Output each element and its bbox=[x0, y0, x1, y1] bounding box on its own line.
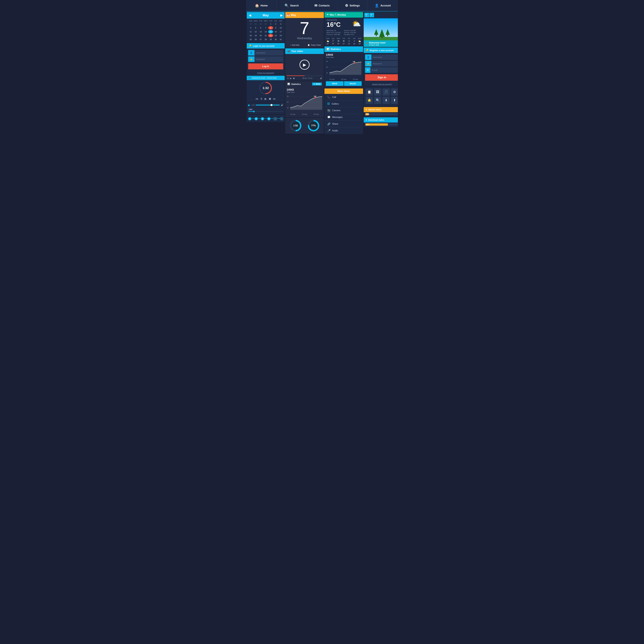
media-progress-bar[interactable] bbox=[256, 105, 280, 105]
step-1[interactable]: 1 bbox=[248, 117, 251, 120]
cal-day[interactable]: 28 bbox=[253, 22, 258, 26]
reg-email-input[interactable] bbox=[370, 68, 398, 73]
menu-item-gallery[interactable]: 🖼 Gallery bbox=[324, 101, 363, 107]
cal-day[interactable]: 5 bbox=[253, 26, 258, 29]
play-btn[interactable]: ▶ bbox=[265, 97, 267, 100]
cal-day[interactable]: 31 bbox=[278, 38, 283, 41]
nav-account-label: Account bbox=[380, 4, 391, 7]
next-btn[interactable]: ⏭ bbox=[273, 97, 276, 100]
cal-day-highlighted[interactable]: 8 bbox=[268, 26, 273, 29]
search-icon-btn1[interactable]: 🔍 bbox=[364, 13, 369, 17]
vc-volume[interactable]: 🔊 bbox=[320, 77, 322, 79]
icon-doc-btn[interactable]: 📋 bbox=[366, 88, 373, 96]
cal-day[interactable]: 4 bbox=[248, 26, 253, 29]
menu-item-messages[interactable]: 💬 Messages bbox=[324, 114, 363, 121]
login-button[interactable]: Log In bbox=[248, 63, 283, 69]
cal-day[interactable]: 30 bbox=[263, 22, 268, 26]
cal-day[interactable]: 17 bbox=[278, 30, 283, 33]
forgot-password-link[interactable]: Forgot you password? bbox=[247, 71, 285, 75]
cal-day[interactable]: 13 bbox=[258, 30, 263, 33]
pause-btn[interactable]: ⏸ bbox=[260, 97, 263, 100]
cal-day[interactable]: 18 bbox=[248, 34, 253, 37]
volume-icon[interactable]: 🔊 bbox=[281, 104, 283, 106]
cal-day[interactable]: 27 bbox=[258, 38, 263, 41]
search-icon-btn2[interactable]: 🔍 bbox=[369, 13, 374, 17]
menu-item-share[interactable]: 🔗 Share bbox=[324, 121, 363, 127]
icon-music-btn[interactable]: 🎵 bbox=[383, 88, 390, 96]
cal-day[interactable]: 24 bbox=[278, 34, 283, 37]
step-3[interactable]: 3 bbox=[261, 117, 264, 120]
messages-icon: 💬 bbox=[327, 116, 330, 119]
video-play-btn[interactable]: ▶ bbox=[300, 60, 310, 70]
icon-upload-btn[interactable]: ⬆ bbox=[391, 97, 398, 104]
video-progress-bar[interactable] bbox=[287, 75, 322, 76]
cal-day[interactable]: 30 bbox=[273, 38, 278, 41]
menu-item-camera[interactable]: 📷 Camera bbox=[324, 107, 363, 114]
cal-day[interactable]: 10 bbox=[278, 26, 283, 29]
icon-star-btn[interactable]: ⭐ bbox=[366, 97, 373, 104]
cal-day[interactable]: 29 bbox=[268, 38, 273, 41]
weather-city: AwesomeCity bbox=[327, 19, 341, 21]
media-play-icon[interactable]: ▶ bbox=[248, 103, 250, 107]
prev-btn[interactable]: ⏮ bbox=[255, 97, 258, 100]
icon-gallery-btn[interactable]: 🖼 bbox=[374, 88, 381, 96]
cal-day[interactable]: 29 bbox=[258, 22, 263, 26]
cal-next-btn[interactable]: ▶ bbox=[280, 14, 283, 17]
icon-settings-btn[interactable]: ⚙ bbox=[391, 88, 398, 96]
cal-day[interactable]: 19 bbox=[253, 34, 258, 37]
nav-search[interactable]: 🔍 Search bbox=[276, 0, 307, 11]
cal-day[interactable]: 21 bbox=[263, 34, 268, 37]
cal-day[interactable]: 3 bbox=[278, 22, 283, 26]
stop-btn[interactable]: ⏹ bbox=[268, 97, 271, 100]
cal-day[interactable]: 26 bbox=[253, 38, 258, 41]
nav-account[interactable]: 👤 Account bbox=[368, 0, 398, 11]
menu-item-call[interactable]: 📞 Call bbox=[324, 94, 363, 101]
cal-day[interactable]: 23 bbox=[273, 34, 278, 37]
cal-day[interactable]: 16 bbox=[273, 30, 278, 33]
cal-day-highlighted[interactable]: 22 bbox=[268, 34, 273, 37]
already-account-link[interactable]: Already have an account? bbox=[364, 82, 398, 86]
nav-contacts[interactable]: ✉ Contacts bbox=[307, 0, 337, 11]
video-header: 📹 Your video bbox=[285, 48, 324, 54]
icon-download-btn[interactable]: ⬇ bbox=[383, 97, 390, 104]
vc-play[interactable]: ▶ bbox=[290, 77, 292, 79]
username-input[interactable] bbox=[254, 50, 283, 55]
slider-track[interactable] bbox=[248, 111, 283, 112]
vc-pause[interactable]: ⏸ bbox=[287, 77, 289, 79]
week-badge[interactable]: ▼ Week bbox=[312, 83, 322, 85]
calendar-widget: ◀ May ▶ SUN MON TUE WED THU FRI SAT 27 2… bbox=[247, 12, 285, 43]
reg-password-input[interactable] bbox=[371, 61, 398, 66]
nav-settings[interactable]: ⚙ Settings bbox=[337, 0, 368, 11]
add-note-btn[interactable]: + Add Note bbox=[285, 42, 305, 48]
cal-prev-btn[interactable]: ◀ bbox=[249, 14, 251, 17]
stats-week-tab[interactable]: Week bbox=[326, 81, 343, 86]
cal-day[interactable]: 12 bbox=[253, 30, 258, 33]
icon-search-btn[interactable]: 🔍 bbox=[374, 97, 381, 104]
step-2[interactable]: 2 bbox=[255, 117, 258, 120]
step-5[interactable]: 5 bbox=[274, 117, 277, 120]
cal-day[interactable]: 14 bbox=[263, 30, 268, 33]
stats-month-tab[interactable]: Month bbox=[344, 81, 362, 86]
cal-day[interactable]: 2 bbox=[273, 22, 278, 26]
sign-in-button[interactable]: Sign In bbox=[365, 74, 398, 81]
cal-day[interactable]: 11 bbox=[248, 30, 253, 33]
cal-day[interactable]: 27 bbox=[248, 22, 253, 26]
landscape-widget: 📍 Awesome town 14 April, 2013 bbox=[364, 18, 398, 47]
step-4[interactable]: 4 bbox=[267, 117, 270, 120]
password-input[interactable] bbox=[254, 57, 283, 62]
cal-day[interactable]: 28 bbox=[263, 38, 268, 41]
cal-day[interactable]: 7 bbox=[263, 26, 268, 29]
today-tasks-btn[interactable]: 📋 Today Tasks bbox=[305, 42, 324, 48]
menu-item-audio[interactable]: 🎤 Audio bbox=[324, 127, 363, 134]
cal-day-today[interactable]: 15 bbox=[268, 30, 273, 33]
vc-stop[interactable]: ⏹ bbox=[293, 77, 295, 79]
reg-username-input[interactable] bbox=[371, 55, 398, 60]
nav-home[interactable]: 🏠 Home bbox=[246, 0, 276, 11]
slider-knob[interactable] bbox=[253, 111, 255, 112]
cal-day[interactable]: 9 bbox=[273, 26, 278, 29]
cal-day[interactable]: 25 bbox=[248, 38, 253, 41]
cal-day[interactable]: 1 bbox=[268, 22, 273, 26]
cal-day[interactable]: 20 bbox=[258, 34, 263, 37]
step-6[interactable]: 6 bbox=[280, 117, 283, 120]
cal-day[interactable]: 6 bbox=[258, 26, 263, 29]
